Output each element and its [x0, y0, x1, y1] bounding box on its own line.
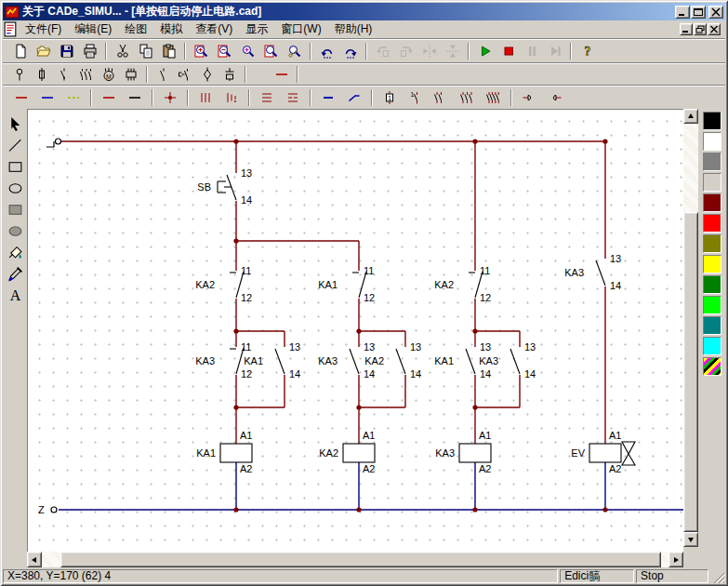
contacts-4-button[interactable] — [481, 87, 507, 108]
filled-rect-tool-button[interactable] — [4, 199, 26, 220]
simulate-stop-button[interactable] — [496, 41, 520, 61]
color-swatch-7[interactable] — [703, 255, 721, 273]
menu-item-4[interactable]: 查看(V) — [189, 20, 239, 37]
maximize-button[interactable] — [691, 6, 706, 19]
color-swatch-5[interactable] — [703, 214, 721, 233]
color-swatch-4[interactable] — [703, 193, 721, 212]
fill-bucket-tool-button[interactable] — [4, 242, 26, 263]
bars-v3-button[interactable] — [192, 87, 218, 108]
color-swatch-0[interactable] — [703, 112, 721, 130]
undo-button[interactable] — [315, 41, 338, 61]
scroll-down-button[interactable] — [683, 532, 698, 547]
new-file-button[interactable] — [8, 41, 32, 61]
horizontal-scrollbar[interactable] — [27, 552, 683, 567]
open-file-button[interactable] — [32, 41, 55, 61]
color-swatch-2[interactable] — [703, 153, 721, 171]
child-minimize-button[interactable] — [680, 23, 693, 35]
paste-button[interactable] — [157, 41, 180, 61]
contact-3p-button[interactable] — [75, 65, 98, 84]
wire-red-button[interactable] — [271, 65, 293, 84]
zoom-button[interactable] — [236, 41, 259, 61]
wire-red-button[interactable] — [8, 87, 34, 108]
child-close-button[interactable] — [708, 23, 721, 35]
simulate-run-button[interactable] — [473, 41, 496, 61]
contacts-3-button[interactable] — [455, 87, 481, 108]
line-tool-button[interactable] — [4, 135, 26, 156]
cut-button[interactable] — [111, 41, 134, 61]
eyedropper-tool-button[interactable] — [4, 263, 26, 285]
vertical-scrollbar[interactable] — [683, 109, 698, 547]
contact-KA1[interactable]: KA11314 — [244, 341, 300, 380]
color-swatch-3[interactable] — [703, 173, 721, 192]
select-arrow-button[interactable] — [4, 113, 26, 135]
contact-SB[interactable]: SB1314 — [197, 167, 252, 206]
coil-EV[interactable]: EVA1A2 — [571, 430, 635, 474]
menu-item-2[interactable]: 绘图 — [118, 20, 153, 37]
close-button[interactable] — [708, 6, 723, 19]
diamond-elem-button[interactable] — [196, 65, 218, 84]
zoom-key-button[interactable] — [283, 41, 306, 61]
bars-h3b-button[interactable] — [280, 87, 306, 108]
menu-item-7[interactable]: 帮助(H) — [328, 20, 379, 37]
connector-in-button[interactable] — [542, 87, 568, 108]
contact-no-tool-button[interactable] — [53, 65, 75, 84]
redo-button[interactable] — [338, 41, 362, 61]
color-swatch-8[interactable] — [703, 275, 721, 294]
wire-black-button[interactable] — [122, 87, 148, 108]
connector-out-button[interactable] — [516, 87, 542, 108]
color-swatch-6[interactable] — [703, 234, 721, 253]
contact-KA2[interactable]: KA21112 — [195, 265, 252, 303]
contact-KA1[interactable]: KA11112 — [318, 265, 375, 303]
elem-1-button[interactable]: 1 — [377, 87, 403, 108]
ellipse-tool-button[interactable] — [4, 178, 26, 199]
pin-terminal-button[interactable] — [8, 65, 31, 84]
zoom-page-button[interactable] — [259, 41, 283, 61]
bars-h3-button[interactable] — [254, 87, 280, 108]
menu-item-6[interactable]: 窗口(W) — [274, 20, 327, 37]
menu-item-1[interactable]: 编辑(E) — [68, 20, 118, 37]
rect-tool-button[interactable] — [4, 156, 26, 178]
resize-grip[interactable] — [710, 569, 725, 583]
contact-KA3[interactable]: KA31314 — [564, 253, 621, 291]
scroll-left-button[interactable] — [27, 552, 42, 567]
cable-diag-button[interactable] — [341, 87, 367, 108]
color-swatch-1[interactable] — [703, 132, 721, 151]
plc-button[interactable] — [120, 65, 142, 84]
contacts-2-button[interactable] — [429, 87, 455, 108]
node-junction-button[interactable] — [157, 87, 183, 108]
text-tool-button[interactable]: A — [4, 285, 26, 306]
contact-actuated-button[interactable] — [174, 65, 196, 84]
color-swatch-10[interactable] — [703, 316, 721, 335]
copy-button[interactable] — [134, 41, 157, 61]
coil-KA2[interactable]: KA2A1A2 — [319, 430, 375, 474]
coil-KA3[interactable]: KA3A1A2 — [435, 430, 491, 474]
zoom-out-button[interactable] — [213, 41, 236, 61]
scroll-up-button[interactable] — [683, 109, 698, 124]
menu-item-5[interactable]: 显示 — [239, 20, 274, 37]
wire-blue-button[interactable] — [34, 87, 60, 108]
wire-red-2-button[interactable] — [96, 87, 122, 108]
menu-item-0[interactable]: 文件(F) — [19, 20, 68, 37]
contact-1-button[interactable]: 1 — [403, 87, 429, 108]
contact-generic-button[interactable] — [152, 65, 174, 84]
color-swatch-12[interactable] — [703, 357, 721, 376]
menu-item-3[interactable]: 模拟 — [153, 20, 189, 37]
help-button[interactable]: ? — [576, 41, 599, 61]
scroll-right-button[interactable] — [668, 552, 683, 567]
horizontal-scroll-thumb[interactable] — [60, 552, 661, 567]
contact-KA2[interactable]: KA21112 — [434, 265, 491, 303]
filled-ellipse-tool-button[interactable] — [4, 220, 26, 242]
coil-KA1[interactable]: KA1A1A2 — [196, 430, 252, 474]
fuse-button[interactable] — [31, 65, 53, 84]
child-restore-button[interactable] — [694, 23, 707, 35]
vertical-scroll-thumb[interactable] — [683, 212, 698, 532]
capacitor-elem-button[interactable] — [218, 65, 241, 84]
wire-green-dash-button[interactable] — [60, 87, 86, 108]
color-swatch-11[interactable] — [703, 337, 721, 355]
color-swatch-9[interactable] — [703, 296, 721, 314]
zoom-in-button[interactable] — [190, 41, 213, 61]
drawing-canvas[interactable]: ZSB1314KA21112KA31112KA11314KA11112KA313… — [27, 109, 683, 552]
cable-h-button[interactable] — [315, 87, 341, 108]
minimize-button[interactable] — [675, 6, 690, 19]
motor-button[interactable]: M — [98, 65, 120, 84]
